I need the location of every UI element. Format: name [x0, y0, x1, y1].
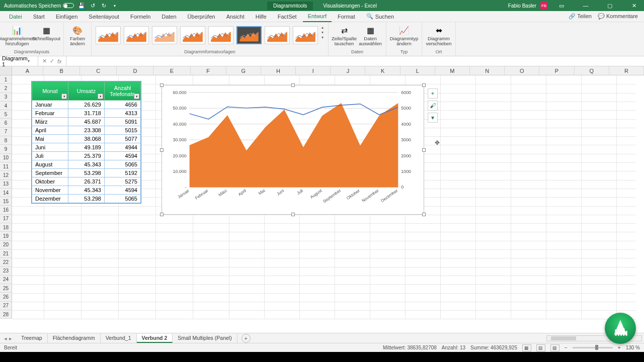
chart-style-thumb[interactable] [180, 26, 205, 44]
row-header[interactable]: 19 [0, 232, 12, 240]
column-header[interactable]: O [505, 66, 539, 75]
user-avatar[interactable]: FB [540, 2, 547, 9]
row-header[interactable]: 1 [0, 75, 12, 84]
row-header[interactable]: 11 [0, 162, 12, 171]
tell-me-search[interactable]: 🔍Suchen [361, 11, 399, 22]
close-button[interactable]: ✕ [624, 0, 644, 11]
row-header[interactable]: 25 [0, 284, 12, 293]
minimize-button[interactable]: — [576, 0, 596, 11]
comments-button[interactable]: 💬 Kommentare [598, 13, 638, 20]
column-header[interactable]: L [400, 66, 435, 75]
row-header[interactable]: 10 [0, 154, 12, 162]
chart-style-thumb[interactable] [208, 26, 233, 44]
redo-icon[interactable]: ↻ [100, 2, 107, 9]
column-header[interactable]: R [609, 66, 644, 75]
chart-object[interactable]: -10.00020.00030.00040.00050.00060.000010… [162, 85, 424, 215]
row-header[interactable]: 28 [0, 310, 12, 319]
table-row[interactable]: Dezember53.2985065 [32, 195, 141, 203]
add-sheet-button[interactable]: + [242, 334, 251, 343]
filter-icon[interactable]: ▾ [134, 94, 139, 99]
fx-icon[interactable]: fx [57, 58, 62, 64]
row-header[interactable]: 26 [0, 293, 12, 301]
undo-icon[interactable]: ↺ [89, 2, 96, 9]
column-header[interactable]: I [296, 66, 331, 75]
chart-plot[interactable]: -10.00020.00030.00040.00050.00060.000010… [165, 88, 421, 211]
chart-style-thumb[interactable] [96, 26, 121, 44]
zoom-in-button[interactable]: + [618, 345, 621, 350]
tab-design[interactable]: Entwurf [303, 11, 332, 22]
row-header[interactable]: 7 [0, 128, 12, 136]
change-chart-type-button[interactable]: 📈 Diagrammtyp ändern [389, 23, 419, 47]
sheet-nav-next[interactable]: ▸ [9, 335, 12, 341]
column-header[interactable]: N [470, 66, 505, 75]
row-header[interactable]: 21 [0, 249, 12, 258]
name-box[interactable]: Diagramm 1▾ [0, 56, 38, 66]
accept-formula-icon[interactable]: ✓ [50, 58, 54, 64]
qat-more-icon[interactable]: ▾ [111, 2, 118, 9]
tab-file[interactable]: Datei [4, 11, 27, 22]
sheet-tab[interactable]: Verbund_1 [101, 334, 137, 343]
chart-style-thumb[interactable] [152, 26, 177, 44]
row-header[interactable]: 12 [0, 171, 12, 179]
share-button[interactable]: 🔗 Teilen [569, 13, 592, 20]
column-header[interactable]: Q [575, 66, 609, 75]
row-header[interactable]: 4 [0, 102, 12, 110]
zoom-out-button[interactable]: − [565, 345, 568, 350]
tab-factset[interactable]: FactSet [273, 11, 302, 22]
table-header[interactable]: Monat▾ [32, 82, 68, 101]
column-header[interactable]: M [435, 66, 470, 75]
quick-layout-button[interactable]: ▦ Schnelllayout [32, 23, 60, 41]
tab-review[interactable]: Überprüfen [183, 11, 220, 22]
resize-handle[interactable] [160, 83, 164, 87]
sheet-nav-prev[interactable]: ◂ [4, 335, 7, 341]
row-header[interactable]: 17 [0, 215, 12, 223]
row-header[interactable]: 24 [0, 276, 12, 284]
style-gallery-more[interactable]: ▴▾▾ [320, 25, 325, 40]
table-header[interactable]: Umsatz▾ [68, 82, 105, 101]
table-row[interactable]: August45.3435065 [32, 160, 141, 169]
data-table[interactable]: Monat▾Umsatz▾Anzahl Telefonate▾Januar26.… [31, 81, 141, 204]
row-header[interactable]: 23 [0, 267, 12, 276]
column-header[interactable]: K [365, 66, 400, 75]
column-headers[interactable]: ABCDEFGHIJKLMNOPQR [0, 66, 644, 75]
row-header[interactable]: 15 [0, 197, 12, 206]
zoom-level[interactable]: 130 % [626, 345, 640, 350]
chart-styles-button[interactable]: 🖌 [428, 101, 438, 111]
table-row[interactable]: Mai38.0685077 [32, 135, 141, 143]
tab-data[interactable]: Daten [156, 11, 181, 22]
tab-format[interactable]: Format [333, 11, 360, 22]
table-header[interactable]: Anzahl Telefonate▾ [105, 82, 141, 101]
resize-handle[interactable] [291, 83, 295, 87]
column-header[interactable]: P [539, 66, 574, 75]
maximize-button[interactable]: ▢ [600, 0, 620, 11]
table-row[interactable]: März45.6875091 [32, 118, 141, 126]
view-pagebreak-button[interactable]: ▧ [550, 344, 559, 351]
autosave-toggle[interactable]: Automatisches Speichern [4, 3, 74, 9]
column-header[interactable]: G [226, 66, 261, 75]
row-header[interactable]: 18 [0, 223, 12, 232]
resize-handle[interactable] [160, 213, 164, 216]
cancel-formula-icon[interactable]: ✕ [42, 58, 47, 64]
column-header[interactable]: J [331, 66, 365, 75]
column-header[interactable]: A [12, 66, 43, 75]
user-name[interactable]: Fabio Basler [508, 3, 536, 9]
tab-help[interactable]: Hilfe [251, 11, 272, 22]
tab-view[interactable]: Ansicht [221, 11, 250, 22]
change-colors-button[interactable]: 🎨 Farben ändern [67, 23, 88, 47]
resize-handle[interactable] [422, 213, 426, 216]
tab-start[interactable]: Start [28, 11, 50, 22]
table-row[interactable]: Juli25.3794594 [32, 152, 141, 160]
resize-handle[interactable] [291, 213, 295, 216]
resize-handle[interactable] [422, 83, 426, 87]
chart-style-gallery[interactable]: ▴▾▾ [95, 23, 325, 49]
row-header[interactable]: 16 [0, 206, 12, 214]
ribbon-options-icon[interactable]: ▭ [551, 0, 572, 11]
row-header[interactable]: 2 [0, 84, 12, 93]
row-header[interactable]: 20 [0, 241, 12, 249]
row-header[interactable]: 22 [0, 258, 12, 266]
table-row[interactable]: Oktober26.3715275 [32, 177, 141, 186]
save-icon[interactable]: 💾 [78, 2, 85, 9]
column-header[interactable]: H [261, 66, 296, 75]
select-data-button[interactable]: ▦ Daten auswählen [358, 23, 383, 47]
table-row[interactable]: April23.3085015 [32, 126, 141, 135]
